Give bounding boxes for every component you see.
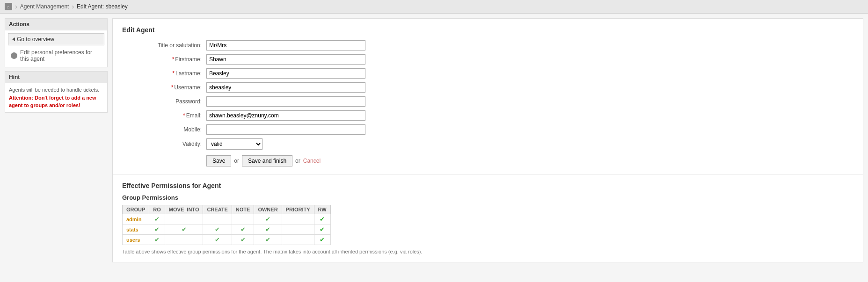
password-label: Password: xyxy=(122,98,206,105)
or-label-2: or xyxy=(295,158,300,164)
col-priority: PRIORITY xyxy=(282,205,314,214)
validity-label: Validity: xyxy=(122,141,206,147)
stats-ro: ✔ xyxy=(149,224,165,235)
or-label-1: or xyxy=(234,158,239,164)
col-create: CREATE xyxy=(203,205,232,214)
go-to-overview-button[interactable]: Go to overview xyxy=(8,33,104,45)
admin-create xyxy=(203,214,232,224)
group-name-admin: admin xyxy=(123,214,149,224)
lastname-row: *Lastname: xyxy=(122,68,853,79)
stats-note: ✔ xyxy=(232,224,254,235)
col-note: NOTE xyxy=(232,205,254,214)
firstname-row: *Firstname: xyxy=(122,54,853,65)
cancel-link[interactable]: Cancel xyxy=(303,158,321,164)
breadcrumb-edit-agent: Edit Agent: sbeasley xyxy=(77,3,128,10)
validity-select[interactable]: valid invalid xyxy=(206,138,263,150)
mobile-label: Mobile: xyxy=(122,126,206,133)
edit-agent-section: Edit Agent Title or salutation: *Firstna… xyxy=(113,19,863,174)
col-ro: RO xyxy=(149,205,165,214)
firstname-label: *Firstname: xyxy=(122,56,206,63)
email-row: *Email: xyxy=(122,110,853,121)
save-and-finish-button[interactable]: Save and finish xyxy=(242,155,292,166)
group-name-users: users xyxy=(123,235,149,245)
main-content: Edit Agent Title or salutation: *Firstna… xyxy=(112,18,863,262)
sidebar-hint-title: Hint xyxy=(5,72,107,83)
group-perms-title: Group Permissions xyxy=(122,194,853,201)
title-row: Title or salutation: xyxy=(122,40,853,51)
admin-priority xyxy=(282,214,314,224)
permissions-section: Effective Permissions for Agent Group Pe… xyxy=(113,174,863,262)
users-create: ✔ xyxy=(203,235,232,245)
stats-create: ✔ xyxy=(203,224,232,235)
form-buttons: Save or Save and finish or Cancel xyxy=(206,155,853,166)
breadcrumb-agent-management[interactable]: Agent Management xyxy=(20,3,69,10)
title-label: Title or salutation: xyxy=(122,42,206,49)
admin-note xyxy=(232,214,254,224)
password-row: Password: xyxy=(122,96,853,107)
edit-agent-title: Edit Agent xyxy=(122,26,853,34)
table-row: stats ✔ ✔ ✔ ✔ ✔ ✔ xyxy=(123,224,331,235)
users-ro: ✔ xyxy=(149,235,165,245)
col-group: GROUP xyxy=(123,205,149,214)
mobile-input[interactable] xyxy=(206,124,365,135)
permissions-table: GROUP RO MOVE_INTO CREATE NOTE OWNER PRI… xyxy=(122,205,331,245)
sidebar-actions-section: Actions Go to overview Edit personal pre… xyxy=(5,18,108,67)
password-input[interactable] xyxy=(206,96,365,107)
sidebar-hint-content: Agents will be needed to handle tickets.… xyxy=(5,83,107,112)
breadcrumb-sep-1: › xyxy=(15,3,17,10)
lastname-input[interactable] xyxy=(206,68,365,79)
admin-ro: ✔ xyxy=(149,214,165,224)
users-owner: ✔ xyxy=(254,235,282,245)
admin-owner: ✔ xyxy=(254,214,282,224)
stats-rw: ✔ xyxy=(314,224,330,235)
home-icon[interactable]: ⌂ xyxy=(5,3,12,10)
sidebar-hint-attention: Attention: Don't forget to add a new age… xyxy=(9,95,96,108)
sidebar: Actions Go to overview Edit personal pre… xyxy=(5,18,108,262)
col-rw: RW xyxy=(314,205,330,214)
table-row: admin ✔ ✔ ✔ xyxy=(123,214,331,224)
email-input[interactable] xyxy=(206,110,365,121)
admin-rw: ✔ xyxy=(314,214,330,224)
col-owner: OWNER xyxy=(254,205,282,214)
sidebar-hint-section: Hint Agents will be needed to handle tic… xyxy=(5,71,108,113)
title-input[interactable] xyxy=(206,40,365,51)
person-icon xyxy=(11,52,17,59)
lastname-label: *Lastname: xyxy=(122,70,206,77)
users-move-into xyxy=(165,235,203,245)
permissions-note: Table above shows effective group permis… xyxy=(122,249,853,254)
sidebar-actions-title: Actions xyxy=(5,19,107,30)
stats-move-into: ✔ xyxy=(165,224,203,235)
users-note: ✔ xyxy=(232,235,254,245)
users-rw: ✔ xyxy=(314,235,330,245)
mobile-row: Mobile: xyxy=(122,124,853,135)
email-label: *Email: xyxy=(122,112,206,119)
edit-personal-prefs-button[interactable]: Edit personal preferences for this agent xyxy=(8,47,104,64)
breadcrumb: ⌂ › Agent Management › Edit Agent: sbeas… xyxy=(0,0,868,14)
username-input[interactable] xyxy=(206,82,365,93)
stats-owner: ✔ xyxy=(254,224,282,235)
permissions-title: Effective Permissions for Agent xyxy=(122,182,853,189)
users-priority xyxy=(282,235,314,245)
breadcrumb-sep-2: › xyxy=(72,3,74,10)
table-row: users ✔ ✔ ✔ ✔ ✔ xyxy=(123,235,331,245)
col-move-into: MOVE_INTO xyxy=(165,205,203,214)
arrow-left-icon xyxy=(12,37,15,41)
username-label: *Username: xyxy=(122,84,206,91)
firstname-input[interactable] xyxy=(206,54,365,65)
validity-row: Validity: valid invalid xyxy=(122,138,853,150)
save-button[interactable]: Save xyxy=(206,155,231,166)
group-name-stats: stats xyxy=(123,224,149,235)
username-row: *Username: xyxy=(122,82,853,93)
stats-priority xyxy=(282,224,314,235)
admin-move-into xyxy=(165,214,203,224)
